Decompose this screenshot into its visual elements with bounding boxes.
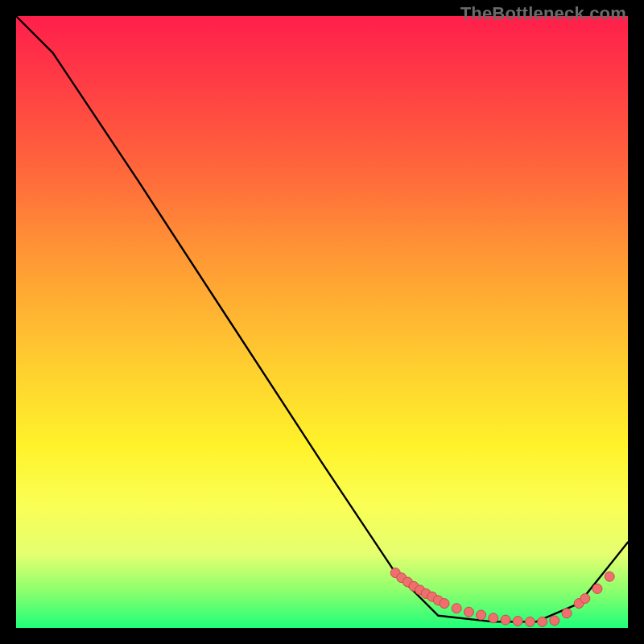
highlight-marker <box>605 572 614 581</box>
highlight-marker <box>440 599 449 609</box>
highlight-marker <box>513 617 522 626</box>
highlight-markers <box>390 568 614 627</box>
highlight-marker <box>464 607 473 617</box>
highlight-marker <box>489 613 498 623</box>
highlight-marker <box>550 616 559 625</box>
highlight-marker <box>592 584 602 593</box>
highlight-marker <box>580 594 590 604</box>
highlight-marker <box>477 610 486 620</box>
highlight-marker <box>452 604 461 613</box>
highlight-marker <box>501 615 510 625</box>
highlight-marker <box>562 609 572 618</box>
chart-overlay <box>16 16 628 628</box>
highlight-marker <box>525 617 535 626</box>
bottleneck-curve-line <box>16 16 628 621</box>
highlight-marker <box>538 617 547 626</box>
